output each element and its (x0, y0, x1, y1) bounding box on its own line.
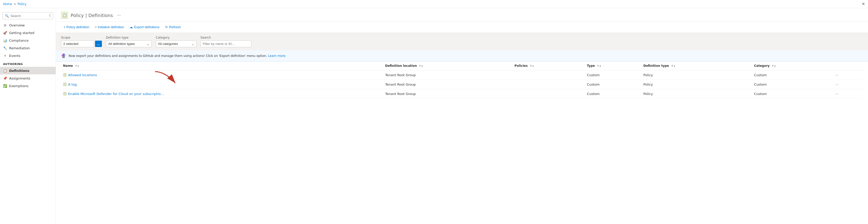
toolbar: + Policy definition + Initiative definit… (56, 22, 868, 33)
col-category[interactable]: Category ↑↓ (752, 61, 832, 70)
row-name-link[interactable]: 📋A tag (63, 83, 381, 86)
cell-category: Custom (752, 70, 832, 80)
sidebar-search-container[interactable]: 🔍 《 (3, 12, 53, 19)
search-filter-input[interactable] (200, 40, 251, 47)
cell-type: Custom (585, 89, 641, 99)
definition-type-select[interactable]: All definition types (106, 40, 152, 47)
category-select-wrap: All categories (156, 40, 196, 47)
table-body: 📋Allowed locationsTenant Root GroupCusto… (61, 70, 863, 99)
sidebar-item-label: Remediation (9, 46, 30, 50)
cell-name: 📋A tag (61, 80, 383, 89)
page-title: Policy | Definitions (71, 13, 113, 18)
content-area: 📋 Policy | Definitions ··· + Policy defi… (56, 8, 868, 224)
row-icon: 📋 (63, 73, 67, 77)
assignments-icon: 📌 (3, 76, 7, 80)
sidebar-item-definitions[interactable]: 📋 Definitions (0, 67, 56, 74)
scope-btn[interactable]: ... (95, 41, 102, 47)
col-definition-type[interactable]: Definition type ↑↓ (641, 61, 752, 70)
scope-filter-group: Scope ... (61, 36, 102, 47)
definitions-table: Name ↑↓ Definition location ↑↓ Policies … (61, 61, 863, 99)
cell-name: 📋Allowed locations (61, 70, 383, 80)
search-filter-group: Search (200, 36, 251, 47)
banner-icon: 🔮 (61, 53, 66, 58)
top-bar: Home > Policy ✕ (0, 0, 868, 8)
cell-category: Custom (752, 80, 832, 89)
breadcrumb-home[interactable]: Home (3, 2, 12, 6)
col-definition-location[interactable]: Definition location ↑↓ (383, 61, 513, 70)
row-name-link[interactable]: 📋Allowed locations (63, 73, 381, 77)
category-filter-group: Category All categories (156, 36, 196, 47)
compliance-icon: 📊 (3, 38, 7, 42)
refresh-button[interactable]: ↻ Refresh (163, 24, 183, 30)
sidebar-item-label: Assignments (9, 76, 30, 80)
sort-icon-name: ↑↓ (75, 65, 79, 67)
sidebar-item-overview[interactable]: ⊙ Overview (0, 21, 56, 29)
events-icon: ⚡ (3, 54, 7, 58)
row-name-link[interactable]: 📋Enable Microsoft Defender for Cloud on … (63, 92, 381, 96)
learn-more-link[interactable]: Learn more (268, 54, 285, 58)
authoring-section-header: Authoring (0, 59, 56, 67)
table-header-row: Name ↑↓ Definition location ↑↓ Policies … (61, 61, 863, 70)
overview-icon: ⊙ (3, 23, 7, 27)
export-definitions-button[interactable]: ☁ Export definitions (127, 24, 162, 30)
sidebar-item-assignments[interactable]: 📌 Assignments (0, 74, 56, 82)
cell-type: Custom (585, 80, 641, 89)
table-row: 📋Enable Microsoft Defender for Cloud on … (61, 89, 863, 99)
sidebar-item-compliance[interactable]: 📊 Compliance (0, 37, 56, 44)
remediation-icon: 🔧 (3, 46, 7, 50)
sidebar-item-getting-started[interactable]: 🚀 Getting started (0, 29, 56, 37)
category-select[interactable]: All categories (156, 40, 196, 47)
policy-definition-button[interactable]: + Policy definition (61, 24, 92, 30)
sidebar-item-remediation[interactable]: 🔧 Remediation (0, 44, 56, 52)
breadcrumb-current[interactable]: Policy (18, 2, 27, 6)
page-icon: 📋 (61, 12, 68, 19)
cell-name: 📋Enable Microsoft Defender for Cloud on … (61, 89, 383, 99)
cell-policies (513, 70, 585, 80)
cell-policies (513, 80, 585, 89)
row-actions-button[interactable]: ··· (834, 82, 840, 87)
sidebar-item-exemptions[interactable]: ✅ Exemptions (0, 82, 56, 90)
cell-definition-location: Tenant Root Group (383, 70, 513, 80)
cell-definition-location: Tenant Root Group (383, 80, 513, 89)
search-input[interactable] (10, 14, 46, 18)
sidebar-item-label: Overview (9, 23, 25, 27)
close-button[interactable]: ✕ (862, 2, 865, 6)
cell-policies (513, 89, 585, 99)
row-actions-button[interactable]: ··· (834, 72, 840, 77)
scope-input[interactable] (61, 40, 94, 47)
cell-type: Custom (585, 70, 641, 80)
banner-text: Now export your definitions and assignme… (69, 54, 285, 58)
definition-type-label: Definition type (106, 36, 152, 39)
definition-type-filter-group: Definition type All definition types (106, 36, 152, 47)
sidebar-item-events[interactable]: ⚡ Events (0, 52, 56, 59)
definitions-table-wrapper: Name ↑↓ Definition location ↑↓ Policies … (56, 61, 868, 99)
row-icon: 📋 (63, 83, 67, 86)
cell-actions: ··· (832, 70, 863, 80)
page-title-main: Policy (71, 13, 84, 18)
row-actions-button[interactable]: ··· (834, 91, 840, 96)
cell-category: Custom (752, 89, 832, 99)
search-icon: 🔍 (5, 14, 9, 18)
initiative-definition-button[interactable]: + Initiative definition (92, 24, 127, 30)
page-more-button[interactable]: ··· (117, 13, 121, 18)
col-name[interactable]: Name ↑↓ (61, 61, 383, 70)
export-banner: 🔮 Now export your definitions and assign… (56, 50, 868, 61)
page-title-subtitle: | Definitions (85, 13, 113, 18)
sidebar-item-label: Events (9, 54, 20, 58)
cell-actions: ··· (832, 80, 863, 89)
getting-started-icon: 🚀 (3, 31, 7, 35)
collapse-icon[interactable]: 《 (47, 13, 51, 18)
col-type[interactable]: Type ↑↓ (585, 61, 641, 70)
definition-type-select-wrap: All definition types (106, 40, 152, 47)
table-row: 📋Allowed locationsTenant Root GroupCusto… (61, 70, 863, 80)
table-row: 📋A tagTenant Root GroupCustomPolicyCusto… (61, 80, 863, 89)
col-policies[interactable]: Policies ↑↓ (513, 61, 585, 70)
breadcrumb-separator: > (13, 2, 16, 6)
scope-label: Scope (61, 36, 102, 39)
sort-icon-policies: ↑↓ (530, 65, 534, 67)
sort-icon-def-type: ↑↓ (671, 65, 675, 67)
sort-icon-location: ↑↓ (419, 65, 423, 67)
main-layout: 🔍 《 ⊙ Overview 🚀 Getting started 📊 Compl… (0, 8, 868, 224)
filter-bar: Scope ... Definition type All definition… (56, 33, 868, 50)
search-filter-label: Search (200, 36, 251, 39)
